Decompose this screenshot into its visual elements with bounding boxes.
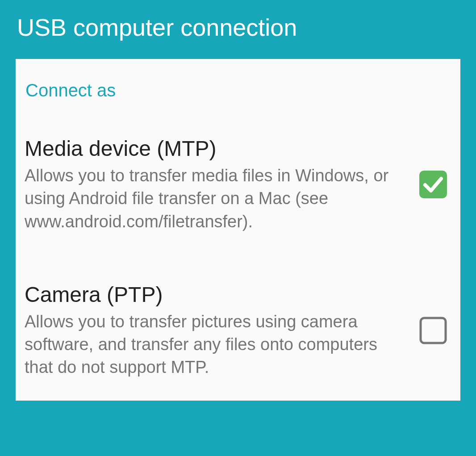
option-description: Allows you to transfer pictures using ca…	[25, 310, 406, 379]
option-title: Media device (MTP)	[25, 136, 406, 161]
checkbox-checked-icon	[419, 171, 447, 198]
checkbox-unchecked-icon	[419, 317, 447, 344]
option-title: Camera (PTP)	[25, 282, 406, 307]
settings-card: Connect as Media device (MTP) Allows you…	[16, 59, 460, 401]
option-text: Media device (MTP) Allows you to transfe…	[25, 136, 419, 233]
option-text: Camera (PTP) Allows you to transfer pict…	[25, 282, 419, 379]
checkbox-mtp[interactable]	[419, 171, 447, 198]
page-title: USB computer connection	[17, 13, 459, 41]
option-description: Allows you to transfer media files in Wi…	[25, 164, 406, 233]
section-label: Connect as	[25, 80, 451, 100]
checkbox-ptp[interactable]	[419, 317, 447, 344]
svg-rect-1	[421, 318, 446, 343]
option-mtp[interactable]: Media device (MTP) Allows you to transfe…	[25, 136, 451, 233]
option-ptp[interactable]: Camera (PTP) Allows you to transfer pict…	[25, 282, 451, 379]
header: USB computer connection	[0, 0, 476, 59]
